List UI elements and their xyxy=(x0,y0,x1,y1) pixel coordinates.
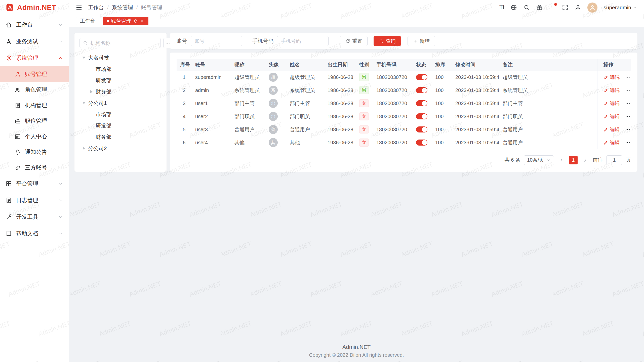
gender-tag: 男 xyxy=(359,73,369,81)
tree-caret-icon[interactable] xyxy=(80,145,87,152)
edit-button[interactable]: 编辑 xyxy=(603,74,620,81)
sidebar-item-org-management[interactable]: 机构管理 xyxy=(0,98,69,113)
sidebar-item-account-management[interactable]: 账号管理 xyxy=(0,66,69,82)
search-icon xyxy=(83,40,88,46)
tree-node[interactable]: 大名科技 xyxy=(79,52,162,63)
sidebar-item-label: 平台管理 xyxy=(16,180,54,188)
status-toggle[interactable] xyxy=(416,140,427,146)
gender-tag: 男 xyxy=(359,86,369,94)
refresh-icon[interactable] xyxy=(134,19,138,23)
cell-nickname: 部门主管 xyxy=(231,97,265,110)
sidebar-item-third-party-account[interactable]: 三方账号 xyxy=(0,160,69,175)
sidebar-item-system-management[interactable]: 系统管理 xyxy=(0,50,69,66)
log-icon xyxy=(6,197,12,204)
reset-button[interactable]: 重置 xyxy=(340,36,368,46)
edit-icon xyxy=(603,88,608,93)
sidebar-item-workbench[interactable]: 工作台 xyxy=(0,17,69,33)
sidebar-item-log-management[interactable]: 日志管理 xyxy=(0,192,69,209)
tree-node[interactable]: 财务部 xyxy=(79,131,162,143)
edit-button-label: 编辑 xyxy=(610,113,620,120)
sidebar-item-business-test[interactable]: 业务测试 xyxy=(0,33,69,50)
cell-order: 100 xyxy=(432,84,452,97)
font-size-icon: Tt xyxy=(499,4,504,11)
edit-button[interactable]: 编辑 xyxy=(603,100,620,107)
row-more-button[interactable] xyxy=(625,87,630,93)
sidebar-item-help-docs[interactable]: 帮助文档 xyxy=(0,225,69,242)
cell-order: 100 xyxy=(432,71,452,84)
notification-button[interactable] xyxy=(549,4,556,11)
table-header-row: 序号账号昵称头像姓名出生日期性别手机号码状态排序修改时间备注操作 xyxy=(177,59,631,71)
avatar[interactable] xyxy=(587,3,597,13)
cell-remark: 部门职员 xyxy=(499,110,597,123)
breadcrumb-separator: / xyxy=(136,5,138,11)
sidebar-item-role-management[interactable]: 角色管理 xyxy=(0,82,69,98)
status-toggle[interactable] xyxy=(416,126,427,132)
column-header: 出生日期 xyxy=(324,59,356,71)
cell-birth: 1986-06-28 xyxy=(324,123,356,136)
status-toggle[interactable] xyxy=(416,74,427,80)
row-more-button[interactable] xyxy=(625,74,630,80)
account-input[interactable] xyxy=(191,36,242,46)
language-button[interactable] xyxy=(510,4,517,11)
row-more-button[interactable] xyxy=(625,101,630,106)
cell-modified: 2023-01-03 10:59:44 xyxy=(452,97,499,110)
menu-icon xyxy=(75,4,83,11)
add-button[interactable]: 新增 xyxy=(408,36,435,46)
edit-button[interactable]: 编辑 xyxy=(603,139,620,146)
goto-page-input[interactable] xyxy=(606,155,622,165)
phone-input[interactable] xyxy=(277,36,329,46)
status-toggle[interactable] xyxy=(416,113,427,119)
prev-page-button[interactable] xyxy=(557,156,566,164)
org-search-row xyxy=(79,38,162,48)
gift-button[interactable] xyxy=(536,4,543,11)
user-button[interactable] xyxy=(575,4,581,11)
sidebar-item-personal-center[interactable]: 个人中心 xyxy=(0,129,69,144)
tree-node-label: 财务部 xyxy=(96,88,111,95)
tree-caret-icon[interactable] xyxy=(88,88,95,95)
status-toggle[interactable] xyxy=(416,100,427,106)
table-row: 5user3普通用户普普通用户1986-06-28女18020030720100… xyxy=(177,123,631,136)
sidebar-item-position-management[interactable]: 职位管理 xyxy=(0,113,69,129)
tree-node[interactable]: 分公司2 xyxy=(79,143,162,154)
edit-button[interactable]: 编辑 xyxy=(603,126,620,133)
edit-button[interactable]: 编辑 xyxy=(603,87,620,94)
page-size-select[interactable]: 10条/页 xyxy=(524,155,554,165)
status-toggle[interactable] xyxy=(416,87,427,93)
sidebar-item-dev-tools[interactable]: 开发工具 xyxy=(0,209,69,225)
tree-node[interactable]: 研发部 xyxy=(79,120,162,131)
row-more-button[interactable] xyxy=(625,114,630,119)
cell-status xyxy=(413,97,432,110)
sidebar-subitem-label: 职位管理 xyxy=(25,117,47,125)
tree-node[interactable]: 财务部 xyxy=(79,86,162,97)
row-avatar: 系 xyxy=(269,86,278,95)
menu-collapse-button[interactable] xyxy=(75,4,83,11)
fullscreen-button[interactable] xyxy=(562,4,569,11)
cell-gender: 男 xyxy=(356,71,373,84)
tab-workbench[interactable]: 工作台 xyxy=(76,17,99,25)
tree-caret-icon[interactable] xyxy=(80,100,87,106)
tree-node[interactable]: 市场部 xyxy=(79,109,162,120)
page-number[interactable]: 1 xyxy=(569,156,578,164)
tree-node[interactable]: 市场部 xyxy=(79,63,162,75)
tree-node[interactable]: 分公司1 xyxy=(79,97,162,109)
sidebar-item-notice[interactable]: 通知公告 xyxy=(0,144,69,160)
edit-button[interactable]: 编辑 xyxy=(603,113,620,120)
org-search-input[interactable] xyxy=(90,40,157,46)
tree-node[interactable]: 研发部 xyxy=(79,75,162,86)
search-icon xyxy=(83,40,88,46)
cell-account: admin xyxy=(192,84,231,97)
user-icon xyxy=(575,4,581,11)
close-icon[interactable] xyxy=(140,19,144,23)
next-page-button[interactable] xyxy=(581,156,589,164)
goto-label: 前往 xyxy=(593,157,603,163)
search-button[interactable] xyxy=(523,4,530,11)
tab-account-management[interactable]: 账号管理 xyxy=(103,17,148,25)
row-more-button[interactable] xyxy=(625,140,630,145)
user-menu[interactable]: superadmin xyxy=(603,5,637,11)
tree-caret-icon[interactable] xyxy=(80,55,87,61)
sidebar-item-platform-management[interactable]: 平台管理 xyxy=(0,175,69,192)
search-button[interactable]: 查询 xyxy=(374,36,401,46)
pagination-total: 共 6 条 xyxy=(505,157,520,163)
row-more-button[interactable] xyxy=(625,127,630,132)
font-size-button[interactable]: Tt xyxy=(499,4,504,11)
